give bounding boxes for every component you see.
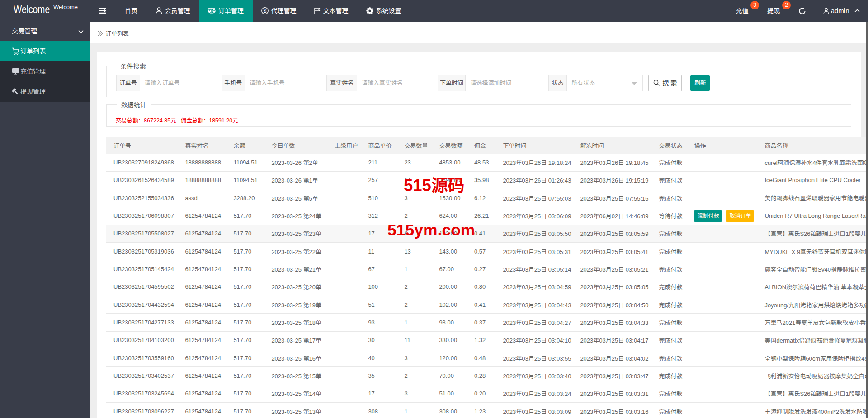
- svg-text:$: $: [263, 8, 266, 14]
